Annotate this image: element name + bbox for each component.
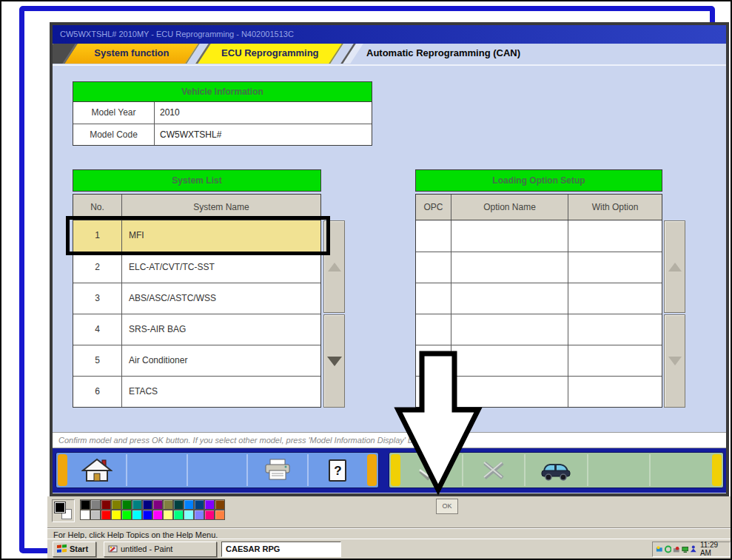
system-row-aircon[interactable]: 5 Air Conditioner [73, 345, 320, 376]
printer-icon [263, 458, 292, 483]
row-name: ELC-AT/CVT/TC-SST [122, 252, 320, 283]
system-row-mfi[interactable]: 1 MFI [73, 220, 320, 252]
palette-color-swatch[interactable] [121, 510, 132, 520]
tray-icon-4[interactable] [682, 545, 689, 553]
start-button[interactable]: Start [53, 542, 96, 557]
scroll-up-button[interactable] [323, 220, 345, 313]
toolbar-empty-button-3[interactable] [587, 454, 650, 486]
scroll-up-button[interactable] [664, 220, 685, 313]
palette-color-swatch[interactable] [101, 510, 111, 520]
system-list-column-header: No. System Name [73, 194, 321, 220]
print-button[interactable] [246, 454, 306, 486]
paint-app-icon [108, 544, 118, 553]
vehicle-button[interactable] [524, 454, 587, 486]
palette-color-swatch[interactable] [163, 499, 173, 510]
model-year-value: 2010 [155, 102, 372, 124]
app-window: CW5WXTSHL# 2010MY - ECU Reprogramming - … [50, 22, 729, 496]
palette-color-swatch[interactable] [80, 510, 90, 520]
paint-color-selector[interactable] [52, 499, 75, 522]
tab-label: System function [71, 44, 192, 63]
toolbar-cap [367, 454, 377, 486]
palette-color-swatch[interactable] [152, 510, 163, 520]
toolbar-empty-button-4[interactable] [649, 454, 712, 486]
palette-color-swatch[interactable] [101, 499, 111, 510]
option-cell [568, 283, 662, 314]
cancel-button[interactable] [462, 454, 525, 486]
taskbar-item-paint[interactable]: untitled - Paint [104, 542, 217, 557]
row-name: ABS/ASC/ASTC/WSS [122, 283, 320, 314]
tray-icon-1[interactable] [656, 545, 663, 553]
ok-button[interactable] [400, 454, 462, 486]
tray-icon-2[interactable] [665, 545, 672, 553]
paint-palette [80, 499, 225, 520]
toolbar-empty-button-2[interactable] [187, 454, 246, 486]
tab-system-function[interactable]: System function [62, 44, 200, 64]
palette-color-swatch[interactable] [163, 510, 173, 520]
help-icon: ? [329, 459, 346, 482]
row-name: MFI [122, 220, 320, 252]
option-row[interactable] [416, 220, 662, 252]
system-row-abs[interactable]: 3 ABS/ASC/ASTC/WSS [73, 283, 320, 314]
option-cell [568, 345, 662, 376]
palette-color-swatch[interactable] [184, 499, 194, 510]
chevron-down-icon [327, 357, 342, 366]
option-row[interactable] [416, 283, 662, 314]
toolbar-empty-button-1[interactable] [126, 454, 186, 486]
scroll-down-button[interactable] [323, 314, 345, 408]
option-cell [451, 220, 568, 252]
option-cell [451, 345, 568, 376]
taskbar-item-caesar-rpg[interactable]: CAESAR RPG [221, 542, 341, 557]
palette-color-swatch[interactable] [121, 499, 132, 510]
foreground-color-swatch [55, 502, 65, 513]
option-row[interactable] [416, 376, 662, 407]
tray-icon-5[interactable] [690, 544, 697, 553]
vehicle-info-header: Vehicle Information [73, 81, 372, 102]
task-label: untitled - Paint [121, 544, 172, 553]
palette-color-swatch[interactable] [90, 499, 101, 510]
table-row: Model Year 2010 [73, 102, 372, 124]
option-cell [451, 314, 568, 345]
palette-color-swatch[interactable] [90, 510, 101, 520]
option-row[interactable] [416, 345, 662, 376]
col-option-name: Option Name [451, 195, 568, 220]
help-button[interactable]: ? [307, 454, 367, 486]
palette-color-swatch[interactable] [132, 510, 142, 520]
tab-automatic-reprogramming[interactable]: Automatic Reprogramming (CAN) [366, 47, 520, 58]
option-cell [416, 252, 451, 283]
row-no: 5 [73, 345, 122, 376]
palette-color-swatch[interactable] [80, 499, 90, 510]
palette-color-swatch[interactable] [215, 499, 225, 510]
option-cell [416, 377, 451, 407]
option-row[interactable] [416, 252, 662, 283]
tray-icon-3[interactable] [673, 545, 680, 553]
palette-color-swatch[interactable] [111, 510, 121, 520]
palette-color-swatch[interactable] [204, 510, 215, 520]
home-button[interactable] [67, 454, 126, 486]
palette-color-swatch[interactable] [152, 499, 163, 510]
option-row[interactable] [416, 314, 662, 345]
col-no: No. [73, 195, 122, 220]
palette-color-swatch[interactable] [173, 499, 184, 510]
palette-color-swatch[interactable] [184, 510, 194, 520]
palette-color-swatch[interactable] [142, 499, 152, 510]
palette-color-swatch[interactable] [132, 499, 142, 510]
palette-color-swatch[interactable] [142, 510, 152, 520]
scroll-down-button[interactable] [664, 314, 685, 408]
system-row-elc[interactable]: 2 ELC-AT/CVT/TC-SST [73, 252, 320, 283]
system-row-srs[interactable]: 4 SRS-AIR BAG [73, 314, 320, 345]
chevron-up-icon [328, 263, 341, 271]
window-title: CW5WXTSHL# 2010MY - ECU Reprogramming - … [60, 30, 294, 38]
option-cell [416, 283, 451, 314]
system-row-etacs[interactable]: 6 ETACS [73, 376, 320, 407]
tab-ecu-reprogramming[interactable]: ECU Reprogramming [195, 44, 343, 64]
palette-color-swatch[interactable] [173, 510, 184, 520]
palette-color-swatch[interactable] [111, 499, 121, 510]
table-row: Model Code CW5WXTSHL# [73, 124, 372, 145]
palette-color-swatch[interactable] [194, 499, 204, 510]
palette-color-swatch[interactable] [194, 510, 204, 520]
toolbar-strip: ? [53, 448, 726, 493]
palette-color-swatch[interactable] [215, 510, 225, 520]
loading-option-header: Loading Option Setup [415, 169, 662, 192]
palette-color-swatch[interactable] [204, 499, 215, 510]
taskbar: Start untitled - Paint CAESAR RPG [47, 539, 732, 559]
